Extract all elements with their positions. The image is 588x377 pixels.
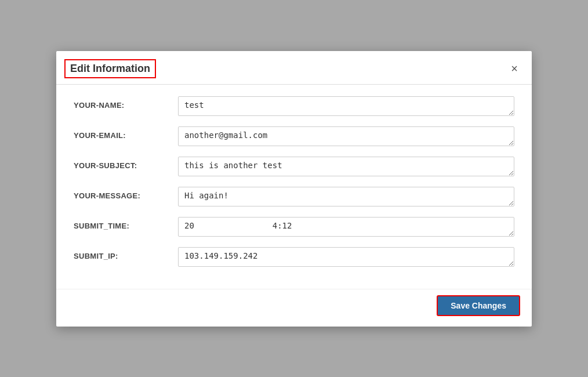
- modal-title: Edit Information: [64, 59, 156, 78]
- modal-footer: Save Changes: [56, 289, 532, 327]
- label-your-message: YOUR-MESSAGE:: [74, 187, 178, 200]
- close-button[interactable]: ×: [507, 61, 521, 75]
- form-row-submit-time: SUBMIT_TIME:: [74, 217, 514, 237]
- input-your-email[interactable]: [178, 126, 514, 146]
- input-your-subject[interactable]: [178, 157, 514, 176]
- edit-information-modal: Edit Information × YOUR-NAME:YOUR-EMAIL:…: [56, 51, 532, 327]
- input-your-message[interactable]: [178, 187, 514, 206]
- save-changes-button[interactable]: Save Changes: [437, 295, 520, 316]
- modal-header: Edit Information ×: [56, 51, 532, 85]
- form-row-your-subject: YOUR-SUBJECT:: [74, 157, 514, 176]
- input-submit-ip[interactable]: [178, 247, 514, 267]
- label-your-name: YOUR-NAME:: [74, 96, 178, 110]
- form-row-your-email: YOUR-EMAIL:: [74, 126, 514, 146]
- label-your-subject: YOUR-SUBJECT:: [74, 157, 178, 170]
- modal-body: YOUR-NAME:YOUR-EMAIL:YOUR-SUBJECT:YOUR-M…: [56, 85, 532, 289]
- label-submit-time: SUBMIT_TIME:: [74, 217, 178, 230]
- form-row-your-message: YOUR-MESSAGE:: [74, 187, 514, 206]
- input-your-name[interactable]: [178, 96, 514, 116]
- input-submit-time[interactable]: [178, 217, 514, 237]
- label-submit-ip: SUBMIT_IP:: [74, 247, 178, 260]
- modal-overlay: Edit Information × YOUR-NAME:YOUR-EMAIL:…: [0, 0, 588, 377]
- form-row-your-name: YOUR-NAME:: [74, 96, 514, 116]
- label-your-email: YOUR-EMAIL:: [74, 126, 178, 140]
- form-row-submit-ip: SUBMIT_IP:: [74, 247, 514, 267]
